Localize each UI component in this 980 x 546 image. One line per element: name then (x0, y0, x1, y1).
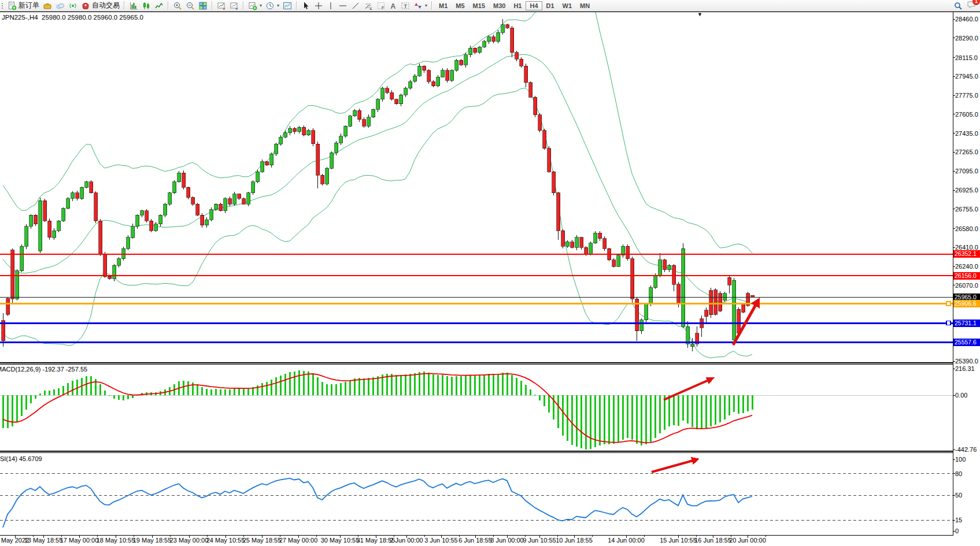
price-axis-label: 26070.0 (955, 282, 978, 289)
horizontal-line-tool-button[interactable] (336, 1, 349, 11)
macd-bar (335, 384, 337, 395)
profiles-button[interactable] (41, 1, 54, 11)
timeframe-m5[interactable]: M5 (452, 1, 468, 10)
label-tool-button[interactable]: T (399, 1, 412, 11)
timeframe-m15[interactable]: M15 (469, 1, 489, 10)
period-button[interactable]: ▾ (264, 1, 281, 11)
candle (131, 226, 135, 237)
macd-bar (312, 373, 314, 396)
text-tool-button[interactable]: A (387, 1, 399, 11)
chart-frame (0, 12, 980, 538)
channel-tool-button[interactable]: F (375, 1, 387, 11)
macd-bar (710, 395, 712, 426)
macd-bar (377, 376, 379, 395)
candle (196, 204, 199, 215)
macd-bar (280, 376, 282, 395)
chart-canvas[interactable] (0, 0, 980, 546)
trendline-tool-button[interactable] (349, 1, 362, 11)
hline-handle[interactable] (946, 302, 951, 306)
template-load-button[interactable] (228, 1, 241, 11)
time-axis-label: 19 May 18:55 (133, 537, 172, 544)
macd-bar (599, 395, 601, 445)
timeframe-h1[interactable]: H1 (509, 1, 526, 10)
timeframe-m30[interactable]: M30 (489, 1, 509, 10)
new-order-button[interactable]: 新订单 (6, 1, 41, 11)
vertical-line-tool-button[interactable] (325, 1, 336, 11)
macd-bar (701, 395, 702, 429)
candle (136, 215, 139, 226)
hline-handle[interactable] (946, 321, 951, 325)
timeframe-m1[interactable]: M1 (435, 1, 452, 10)
time-axis-label: 15 Jun 10:55 (660, 537, 697, 544)
candle (270, 154, 273, 165)
market-watch-button[interactable] (54, 1, 66, 11)
candle (478, 47, 482, 53)
bar-chart-button[interactable] (127, 1, 140, 11)
arrows-tool-button[interactable]: ▾ (412, 1, 429, 11)
notifications-button[interactable]: 1 (967, 0, 977, 12)
tile-windows-icon (198, 1, 208, 10)
candle (339, 136, 343, 143)
macd-bar (539, 395, 541, 400)
signals-button[interactable] (66, 1, 79, 11)
timeframe-mn[interactable]: MN (576, 1, 594, 10)
candle (733, 280, 736, 340)
zoom-out-button[interactable] (184, 1, 197, 11)
price-tag-26352.1: 26352.1 (953, 250, 980, 258)
macd-bar (479, 375, 480, 396)
line-chart-button[interactable] (153, 1, 165, 11)
timeframe-w1[interactable]: W1 (559, 1, 576, 10)
macd-bar (650, 395, 652, 442)
timeframe-d1[interactable]: D1 (542, 1, 559, 10)
macd-bar (2, 395, 4, 428)
cursor-tool-button[interactable] (299, 1, 312, 11)
candle (714, 290, 718, 314)
macd-bar (132, 395, 134, 398)
price-axis-label: 27435.0 (955, 130, 978, 137)
candle (372, 109, 375, 117)
chart-properties-button[interactable] (281, 1, 294, 11)
autotrade-button[interactable]: 自动交易 (79, 1, 121, 11)
macd-bar (266, 382, 268, 396)
time-axis-label: 10 Jun 18:55 (556, 537, 593, 544)
macd-bar (53, 389, 55, 395)
macd-bar (349, 380, 351, 395)
search-button[interactable] (952, 1, 964, 11)
toolbar-grip[interactable] (1, 2, 4, 10)
candle (289, 128, 292, 133)
candle (353, 110, 357, 116)
zoom-in-button[interactable] (171, 1, 184, 11)
macd-bar (127, 395, 129, 399)
svg-text:E: E (370, 6, 372, 10)
crosshair-tool-button[interactable] (312, 1, 325, 11)
trend-arrow-rsi[interactable] (652, 459, 697, 472)
macd-bar (123, 395, 124, 400)
macd-bar (58, 388, 60, 395)
candlestick-chart-button[interactable] (140, 1, 153, 11)
price-tag-25731.1: 25731.1 (953, 320, 980, 327)
macd-bar (271, 380, 272, 395)
line-chart-icon (154, 1, 164, 10)
chart-ohlc-quote: 25980.0 25980.0 25960.0 25965.0 (42, 14, 143, 21)
fibonacci-tool-button[interactable]: E (362, 1, 375, 11)
macd-bar (469, 375, 471, 395)
macd-bar (474, 375, 476, 395)
application-window: { "toolbar": { "new_order_label": "新订单",… (0, 0, 980, 546)
candle (469, 48, 472, 55)
time-axis-label: 8 Jun 00:00 (490, 537, 524, 544)
time-axis-label: 18 May 10:55 (97, 537, 135, 544)
tile-windows-button[interactable] (197, 1, 209, 11)
new-chart-button[interactable]: ▾ (246, 1, 264, 11)
macd-bar (86, 376, 87, 395)
candle (455, 60, 458, 70)
macd-bar (340, 383, 342, 395)
chevron-down-icon: ▾ (277, 3, 279, 8)
candle (191, 198, 195, 205)
candle (108, 276, 112, 278)
candle (177, 173, 181, 181)
search-icon (953, 1, 963, 10)
template-save-button[interactable] (215, 1, 228, 11)
timeframe-h4[interactable]: H4 (526, 1, 542, 10)
text-label-icon: T (401, 1, 410, 10)
macd-bar (423, 372, 425, 395)
